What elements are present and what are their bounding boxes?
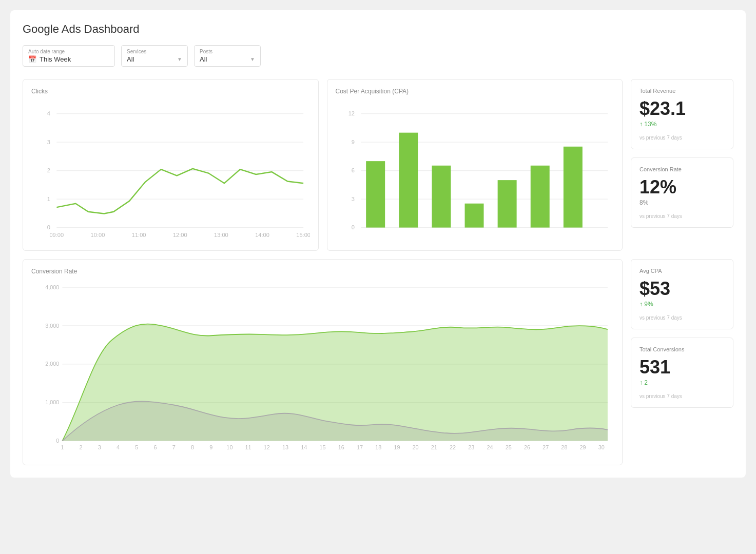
services-value: All ▼ — [127, 55, 182, 63]
svg-text:09:00: 09:00 — [49, 232, 64, 238]
svg-text:3: 3 — [351, 196, 354, 202]
svg-text:4: 4 — [47, 110, 50, 116]
svg-text:3: 3 — [47, 139, 50, 145]
svg-text:1: 1 — [61, 445, 64, 451]
total-revenue-sub: vs previous 7 days — [639, 135, 725, 141]
avg-cpa-value: $53 — [639, 278, 725, 300]
svg-text:7: 7 — [172, 445, 176, 451]
svg-text:16: 16 — [338, 445, 344, 451]
svg-text:25: 25 — [506, 445, 512, 451]
svg-text:18: 18 — [375, 445, 381, 451]
svg-text:28: 28 — [561, 445, 567, 451]
svg-text:9: 9 — [351, 139, 354, 145]
total-conversions-value: 531 — [639, 357, 725, 378]
cpa-chart-svg: 12 9 6 3 0 — [336, 101, 614, 240]
svg-text:23: 23 — [468, 445, 474, 451]
posts-label: Posts — [200, 49, 255, 54]
avg-cpa-change: ↑ 9% — [639, 301, 725, 308]
svg-rect-30 — [464, 204, 483, 228]
avg-cpa-card: Avg CPA $53 ↑ 9% vs previous 7 days — [631, 259, 733, 329]
svg-text:13:00: 13:00 — [214, 232, 228, 238]
svg-text:2,000: 2,000 — [45, 361, 59, 367]
page-title: Google Ads Dashboard — [23, 23, 733, 36]
svg-text:1,000: 1,000 — [45, 400, 59, 406]
svg-text:26: 26 — [524, 445, 530, 451]
top-metrics-col: Total Revenue $23.1 ↑ 13% vs previous 7 … — [631, 79, 733, 251]
posts-filter[interactable]: Posts All ▼ — [194, 45, 261, 67]
chevron-down-icon-posts: ▼ — [250, 56, 255, 62]
total-revenue-change: ↑ 13% — [639, 121, 725, 128]
total-revenue-label: Total Revenue — [639, 88, 725, 94]
svg-text:29: 29 — [580, 445, 586, 451]
svg-text:17: 17 — [357, 445, 363, 451]
svg-text:1: 1 — [47, 196, 50, 202]
conversion-rate-label: Conversion Rate — [639, 166, 725, 172]
chevron-down-icon: ▼ — [177, 56, 182, 62]
svg-text:13: 13 — [282, 445, 288, 451]
svg-rect-28 — [399, 133, 418, 228]
conversion-rate-value: 12% — [639, 176, 725, 198]
svg-text:12:00: 12:00 — [173, 232, 187, 238]
total-conversions-card: Total Conversions 531 ↑ 2 vs previous 7 … — [631, 338, 733, 408]
total-revenue-value: $23.1 — [639, 98, 725, 120]
svg-rect-33 — [563, 147, 582, 228]
clicks-chart-title: Clicks — [31, 88, 310, 95]
svg-text:12: 12 — [264, 445, 270, 451]
svg-text:0: 0 — [56, 438, 59, 444]
posts-value: All ▼ — [200, 55, 255, 63]
svg-text:0: 0 — [351, 224, 354, 230]
conversion-rate-chart-svg: 4,000 3,000 2,000 1,000 0 1 2 3 — [31, 281, 614, 454]
conversion-rate-sub: vs previous 7 days — [639, 213, 725, 219]
svg-text:2: 2 — [80, 445, 83, 451]
date-range-filter[interactable]: Auto date range 📅 This Week — [23, 45, 115, 67]
total-revenue-card: Total Revenue $23.1 ↑ 13% vs previous 7 … — [631, 79, 733, 149]
svg-text:19: 19 — [394, 445, 400, 451]
svg-text:24: 24 — [487, 445, 493, 451]
svg-text:27: 27 — [542, 445, 549, 451]
svg-text:3: 3 — [98, 445, 101, 451]
svg-text:12: 12 — [348, 110, 354, 116]
svg-rect-27 — [366, 161, 385, 227]
svg-text:14:00: 14:00 — [255, 232, 269, 238]
conversion-rate-chart-title: Conversion Rate — [31, 268, 614, 275]
date-range-value: 📅 This Week — [28, 55, 109, 63]
cpa-chart-panel: Cost Per Acquisition (CPA) 12 9 6 3 0 — [327, 79, 623, 251]
svg-text:0: 0 — [47, 224, 50, 230]
svg-text:5: 5 — [135, 445, 138, 451]
svg-text:11: 11 — [245, 445, 251, 451]
svg-text:10: 10 — [226, 445, 232, 451]
clicks-chart-panel: Clicks 4 3 2 1 0 09:00 10:00 — [23, 79, 319, 251]
conversion-rate-chart-panel: Conversion Rate 4,000 3,000 2,000 1,000 … — [23, 259, 623, 465]
filter-bar: Auto date range 📅 This Week Services All… — [23, 45, 733, 67]
services-label: Services — [127, 49, 182, 54]
date-range-label: Auto date range — [28, 49, 109, 54]
svg-rect-31 — [497, 180, 516, 227]
total-conversions-label: Total Conversions — [639, 346, 725, 352]
conversion-rate-change: 8% — [639, 199, 725, 206]
svg-text:20: 20 — [413, 445, 419, 451]
total-conversions-sub: vs previous 7 days — [639, 393, 725, 399]
services-filter[interactable]: Services All ▼ — [121, 45, 188, 67]
calendar-icon: 📅 — [28, 55, 36, 63]
svg-text:4,000: 4,000 — [45, 284, 59, 290]
svg-rect-29 — [432, 166, 451, 228]
conversion-rate-card: Conversion Rate 12% 8% vs previous 7 day… — [631, 157, 733, 228]
bottom-metrics-col: Avg CPA $53 ↑ 9% vs previous 7 days Tota… — [631, 259, 733, 465]
svg-text:6: 6 — [351, 167, 354, 173]
svg-text:3,000: 3,000 — [45, 323, 59, 329]
total-conversions-change: ↑ 2 — [639, 379, 725, 386]
charts-bottom-row: Conversion Rate 4,000 3,000 2,000 1,000 … — [23, 259, 733, 465]
svg-text:22: 22 — [450, 445, 456, 451]
cpa-chart-title: Cost Per Acquisition (CPA) — [336, 88, 614, 95]
svg-text:2: 2 — [47, 167, 50, 173]
svg-text:10:00: 10:00 — [91, 232, 105, 238]
clicks-chart-svg: 4 3 2 1 0 09:00 10:00 11:00 12:00 13:00 … — [31, 101, 310, 240]
svg-text:6: 6 — [153, 445, 157, 451]
svg-text:9: 9 — [209, 445, 212, 451]
svg-text:11:00: 11:00 — [132, 232, 146, 238]
svg-rect-32 — [530, 166, 549, 228]
svg-text:30: 30 — [598, 445, 605, 451]
svg-text:8: 8 — [191, 445, 194, 451]
avg-cpa-sub: vs previous 7 days — [639, 315, 725, 321]
charts-top-row: Clicks 4 3 2 1 0 09:00 10:00 — [23, 79, 733, 251]
